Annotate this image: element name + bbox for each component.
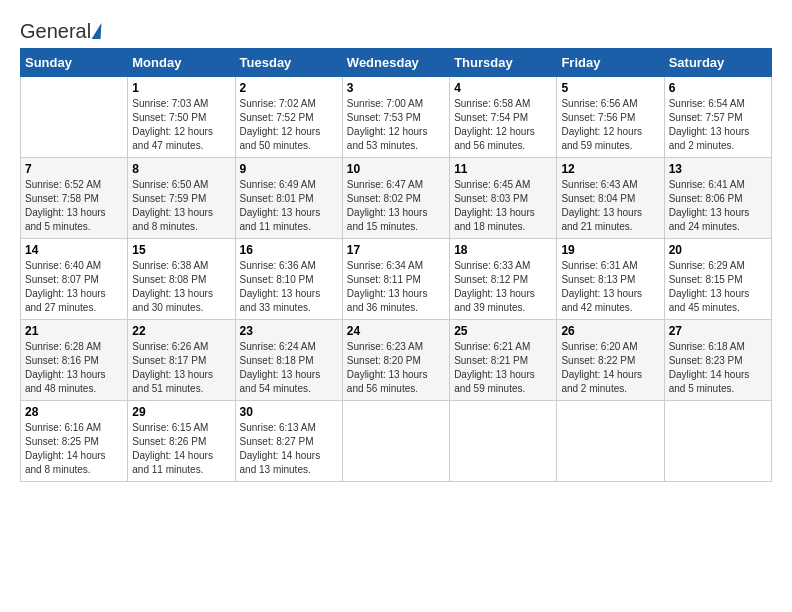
calendar-cell: 18Sunrise: 6:33 AM Sunset: 8:12 PM Dayli… — [450, 239, 557, 320]
column-header-wednesday: Wednesday — [342, 49, 449, 77]
day-number: 1 — [132, 81, 230, 95]
calendar-cell — [342, 401, 449, 482]
day-info: Sunrise: 6:36 AM Sunset: 8:10 PM Dayligh… — [240, 259, 338, 315]
day-info: Sunrise: 6:41 AM Sunset: 8:06 PM Dayligh… — [669, 178, 767, 234]
calendar-cell — [664, 401, 771, 482]
day-number: 13 — [669, 162, 767, 176]
column-header-monday: Monday — [128, 49, 235, 77]
calendar-table: SundayMondayTuesdayWednesdayThursdayFrid… — [20, 48, 772, 482]
day-number: 6 — [669, 81, 767, 95]
calendar-cell: 7Sunrise: 6:52 AM Sunset: 7:58 PM Daylig… — [21, 158, 128, 239]
week-row-1: 1Sunrise: 7:03 AM Sunset: 7:50 PM Daylig… — [21, 77, 772, 158]
header-row: SundayMondayTuesdayWednesdayThursdayFrid… — [21, 49, 772, 77]
calendar-cell: 4Sunrise: 6:58 AM Sunset: 7:54 PM Daylig… — [450, 77, 557, 158]
day-info: Sunrise: 6:24 AM Sunset: 8:18 PM Dayligh… — [240, 340, 338, 396]
day-info: Sunrise: 6:40 AM Sunset: 8:07 PM Dayligh… — [25, 259, 123, 315]
day-info: Sunrise: 6:33 AM Sunset: 8:12 PM Dayligh… — [454, 259, 552, 315]
logo: General — [20, 20, 102, 38]
day-info: Sunrise: 6:18 AM Sunset: 8:23 PM Dayligh… — [669, 340, 767, 396]
day-info: Sunrise: 6:45 AM Sunset: 8:03 PM Dayligh… — [454, 178, 552, 234]
day-number: 19 — [561, 243, 659, 257]
day-number: 30 — [240, 405, 338, 419]
calendar-cell: 15Sunrise: 6:38 AM Sunset: 8:08 PM Dayli… — [128, 239, 235, 320]
calendar-cell: 21Sunrise: 6:28 AM Sunset: 8:16 PM Dayli… — [21, 320, 128, 401]
day-number: 15 — [132, 243, 230, 257]
calendar-cell — [450, 401, 557, 482]
calendar-cell: 25Sunrise: 6:21 AM Sunset: 8:21 PM Dayli… — [450, 320, 557, 401]
calendar-cell: 3Sunrise: 7:00 AM Sunset: 7:53 PM Daylig… — [342, 77, 449, 158]
day-info: Sunrise: 7:02 AM Sunset: 7:52 PM Dayligh… — [240, 97, 338, 153]
day-number: 5 — [561, 81, 659, 95]
day-number: 2 — [240, 81, 338, 95]
day-info: Sunrise: 6:54 AM Sunset: 7:57 PM Dayligh… — [669, 97, 767, 153]
day-number: 8 — [132, 162, 230, 176]
day-number: 25 — [454, 324, 552, 338]
header: General — [20, 20, 772, 38]
calendar-cell: 22Sunrise: 6:26 AM Sunset: 8:17 PM Dayli… — [128, 320, 235, 401]
calendar-cell: 26Sunrise: 6:20 AM Sunset: 8:22 PM Dayli… — [557, 320, 664, 401]
day-info: Sunrise: 6:52 AM Sunset: 7:58 PM Dayligh… — [25, 178, 123, 234]
day-info: Sunrise: 6:31 AM Sunset: 8:13 PM Dayligh… — [561, 259, 659, 315]
calendar-cell: 17Sunrise: 6:34 AM Sunset: 8:11 PM Dayli… — [342, 239, 449, 320]
day-number: 14 — [25, 243, 123, 257]
column-header-saturday: Saturday — [664, 49, 771, 77]
day-info: Sunrise: 6:38 AM Sunset: 8:08 PM Dayligh… — [132, 259, 230, 315]
day-number: 16 — [240, 243, 338, 257]
day-number: 24 — [347, 324, 445, 338]
calendar-cell: 5Sunrise: 6:56 AM Sunset: 7:56 PM Daylig… — [557, 77, 664, 158]
calendar-cell: 28Sunrise: 6:16 AM Sunset: 8:25 PM Dayli… — [21, 401, 128, 482]
day-number: 17 — [347, 243, 445, 257]
day-info: Sunrise: 6:29 AM Sunset: 8:15 PM Dayligh… — [669, 259, 767, 315]
calendar-cell: 29Sunrise: 6:15 AM Sunset: 8:26 PM Dayli… — [128, 401, 235, 482]
calendar-cell: 6Sunrise: 6:54 AM Sunset: 7:57 PM Daylig… — [664, 77, 771, 158]
calendar-cell: 30Sunrise: 6:13 AM Sunset: 8:27 PM Dayli… — [235, 401, 342, 482]
day-number: 11 — [454, 162, 552, 176]
calendar-cell: 16Sunrise: 6:36 AM Sunset: 8:10 PM Dayli… — [235, 239, 342, 320]
day-info: Sunrise: 6:15 AM Sunset: 8:26 PM Dayligh… — [132, 421, 230, 477]
calendar-cell: 10Sunrise: 6:47 AM Sunset: 8:02 PM Dayli… — [342, 158, 449, 239]
calendar-cell: 13Sunrise: 6:41 AM Sunset: 8:06 PM Dayli… — [664, 158, 771, 239]
day-info: Sunrise: 6:43 AM Sunset: 8:04 PM Dayligh… — [561, 178, 659, 234]
calendar-cell: 23Sunrise: 6:24 AM Sunset: 8:18 PM Dayli… — [235, 320, 342, 401]
calendar-cell: 27Sunrise: 6:18 AM Sunset: 8:23 PM Dayli… — [664, 320, 771, 401]
day-number: 20 — [669, 243, 767, 257]
day-number: 26 — [561, 324, 659, 338]
day-number: 29 — [132, 405, 230, 419]
day-info: Sunrise: 6:47 AM Sunset: 8:02 PM Dayligh… — [347, 178, 445, 234]
calendar-cell: 20Sunrise: 6:29 AM Sunset: 8:15 PM Dayli… — [664, 239, 771, 320]
calendar-cell: 8Sunrise: 6:50 AM Sunset: 7:59 PM Daylig… — [128, 158, 235, 239]
day-info: Sunrise: 6:26 AM Sunset: 8:17 PM Dayligh… — [132, 340, 230, 396]
column-header-thursday: Thursday — [450, 49, 557, 77]
calendar-cell: 12Sunrise: 6:43 AM Sunset: 8:04 PM Dayli… — [557, 158, 664, 239]
calendar-cell: 24Sunrise: 6:23 AM Sunset: 8:20 PM Dayli… — [342, 320, 449, 401]
week-row-3: 14Sunrise: 6:40 AM Sunset: 8:07 PM Dayli… — [21, 239, 772, 320]
calendar-cell — [557, 401, 664, 482]
day-number: 28 — [25, 405, 123, 419]
day-info: Sunrise: 6:16 AM Sunset: 8:25 PM Dayligh… — [25, 421, 123, 477]
day-info: Sunrise: 6:34 AM Sunset: 8:11 PM Dayligh… — [347, 259, 445, 315]
column-header-sunday: Sunday — [21, 49, 128, 77]
calendar-cell — [21, 77, 128, 158]
calendar-cell: 2Sunrise: 7:02 AM Sunset: 7:52 PM Daylig… — [235, 77, 342, 158]
day-info: Sunrise: 6:13 AM Sunset: 8:27 PM Dayligh… — [240, 421, 338, 477]
logo-general-text: General — [20, 20, 91, 43]
day-info: Sunrise: 6:28 AM Sunset: 8:16 PM Dayligh… — [25, 340, 123, 396]
day-info: Sunrise: 6:20 AM Sunset: 8:22 PM Dayligh… — [561, 340, 659, 396]
day-info: Sunrise: 6:50 AM Sunset: 7:59 PM Dayligh… — [132, 178, 230, 234]
day-number: 10 — [347, 162, 445, 176]
day-number: 21 — [25, 324, 123, 338]
day-number: 7 — [25, 162, 123, 176]
day-info: Sunrise: 6:49 AM Sunset: 8:01 PM Dayligh… — [240, 178, 338, 234]
calendar-cell: 1Sunrise: 7:03 AM Sunset: 7:50 PM Daylig… — [128, 77, 235, 158]
day-number: 18 — [454, 243, 552, 257]
logo-triangle-icon — [92, 23, 104, 39]
day-number: 23 — [240, 324, 338, 338]
day-info: Sunrise: 6:23 AM Sunset: 8:20 PM Dayligh… — [347, 340, 445, 396]
column-header-friday: Friday — [557, 49, 664, 77]
day-number: 4 — [454, 81, 552, 95]
calendar-cell: 11Sunrise: 6:45 AM Sunset: 8:03 PM Dayli… — [450, 158, 557, 239]
day-info: Sunrise: 7:00 AM Sunset: 7:53 PM Dayligh… — [347, 97, 445, 153]
day-number: 9 — [240, 162, 338, 176]
day-number: 27 — [669, 324, 767, 338]
calendar-cell: 9Sunrise: 6:49 AM Sunset: 8:01 PM Daylig… — [235, 158, 342, 239]
